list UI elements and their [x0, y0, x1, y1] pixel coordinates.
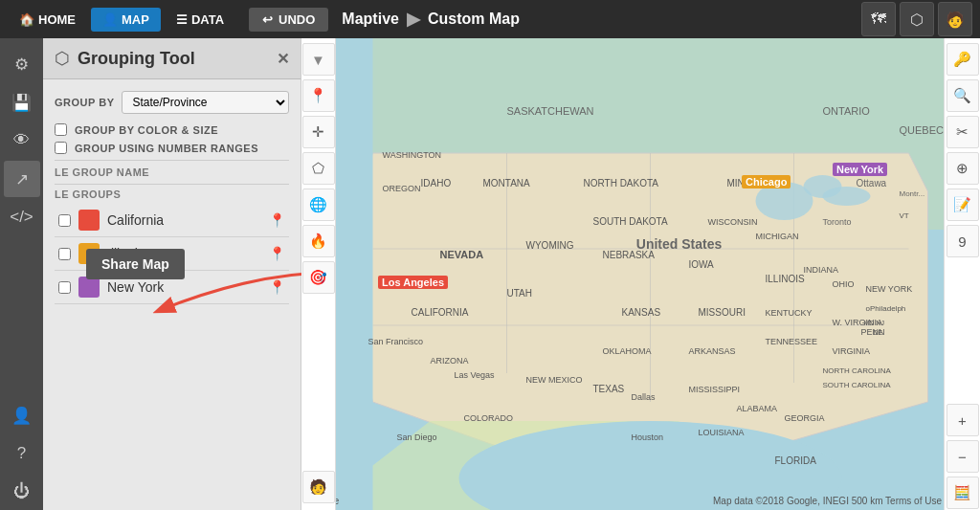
svg-point-11: [823, 187, 871, 206]
pin-tool[interactable]: 📍: [302, 79, 335, 112]
data-icon: ☰: [176, 12, 188, 27]
svg-text:NEW MEXICO: NEW MEXICO: [526, 375, 583, 385]
svg-text:Houston: Houston: [632, 432, 664, 442]
crosshair-tool[interactable]: ✛: [302, 116, 335, 148]
svg-text:MISSOURI: MISSOURI: [699, 307, 746, 318]
number-ranges-label: GROUP USING NUMBER RANGES: [75, 143, 258, 154]
panel-icon: ⬡: [55, 48, 70, 69]
svg-text:IDAHO: IDAHO: [421, 178, 452, 188]
svg-text:SASKATCHEWAN: SASKATCHEWAN: [507, 105, 594, 117]
fire-tool[interactable]: 🔥: [302, 225, 335, 257]
svg-text:MINNESOTA: MINNESOTA: [727, 178, 784, 188]
newyork-checkbox[interactable]: [58, 281, 71, 294]
svg-text:San Francisco: San Francisco: [368, 337, 424, 346]
user-icon[interactable]: 👤: [4, 397, 40, 433]
map-right-toolbar: 🔑 🔍 ✂ ⊕ 📝 9 + − 🧮: [944, 38, 980, 510]
panel-close-button[interactable]: ✕: [277, 50, 289, 68]
share-icon[interactable]: ↗: [4, 161, 40, 197]
svg-text:United States: United States: [636, 236, 723, 252]
svg-text:San Diego: San Diego: [397, 432, 437, 442]
number-ranges-checkbox[interactable]: [55, 142, 67, 154]
panel-header: ⬡ Grouping Tool ✕: [43, 38, 301, 79]
svg-text:MISSISSIPPI: MISSISSIPPI: [689, 385, 741, 394]
chart-tool[interactable]: 🎯: [302, 261, 335, 294]
code-icon[interactable]: </>: [4, 199, 40, 235]
zoom-minus-tool[interactable]: −: [947, 440, 979, 473]
svg-text:Toronto: Toronto: [823, 217, 852, 227]
layers-button[interactable]: ⬡: [900, 2, 934, 36]
svg-text:MONTANA: MONTANA: [483, 178, 531, 188]
zoom-plus-tool[interactable]: +: [947, 404, 979, 436]
home-button[interactable]: 🏠 HOME: [8, 8, 87, 32]
save-icon[interactable]: 💾: [4, 84, 40, 121]
undo-icon: ↩: [262, 12, 273, 27]
svg-text:TEXAS: TEXAS: [593, 384, 625, 394]
calc-tool[interactable]: 🧮: [947, 477, 979, 509]
svg-text:NORTH CAROLINA: NORTH CAROLINA: [823, 366, 892, 375]
svg-text:ONTARIO: ONTARIO: [823, 105, 871, 117]
share-button[interactable]: 🧑: [938, 2, 972, 36]
fullscreen-button[interactable]: 🗺: [861, 2, 896, 36]
svg-text:DE: DE: [874, 329, 883, 336]
svg-text:WASHINGTON: WASHINGTON: [383, 150, 442, 160]
groups-header: LE GROUPS: [55, 184, 289, 204]
svg-text:IOWA: IOWA: [689, 259, 715, 270]
svg-text:ARIZONA: ARIZONA: [431, 356, 469, 366]
share-map-button[interactable]: Share Map: [86, 249, 185, 279]
color-size-checkbox[interactable]: [55, 123, 67, 136]
svg-text:KANSAS: KANSAS: [622, 307, 661, 318]
map-left-toolbar: ▼ 📍 ✛ ⬠ 🌐 🔥 🎯 🧑: [301, 38, 336, 510]
svg-text:ARKANSAS: ARKANSAS: [689, 346, 736, 356]
map-svg: NEVADA CALIFORNIA ARIZONA UTAH WYOMING N…: [301, 38, 980, 510]
breadcrumb-arrow: ▶: [407, 9, 420, 30]
illinois-checkbox[interactable]: [58, 248, 71, 260]
data-button[interactable]: ☰ DATA: [165, 8, 235, 32]
group-by-select[interactable]: State/Province City Country: [122, 91, 289, 114]
help-icon[interactable]: ?: [4, 435, 40, 472]
svg-text:GEORGIA: GEORGIA: [785, 413, 825, 423]
key-tool[interactable]: 🔑: [947, 43, 979, 76]
note-tool[interactable]: 📝: [947, 188, 979, 221]
number-ranges-row: GROUP USING NUMBER RANGES: [55, 142, 289, 154]
svg-text:oPhiladelph: oPhiladelph: [866, 304, 906, 313]
nine-tool[interactable]: 9: [947, 225, 979, 257]
breadcrumb: Maptive ▶ Custom Map: [342, 9, 520, 30]
group-name-header: LE GROUP NAME: [55, 160, 289, 182]
view-icon[interactable]: 👁: [4, 122, 40, 159]
svg-text:MD NJ: MD NJ: [864, 320, 884, 326]
california-checkbox[interactable]: [58, 214, 71, 227]
illinois-pin[interactable]: 📍: [269, 246, 285, 261]
map-area[interactable]: NEVADA CALIFORNIA ARIZONA UTAH WYOMING N…: [301, 38, 980, 510]
svg-text:CALIFORNIA: CALIFORNIA: [412, 307, 469, 318]
svg-text:KENTUCKY: KENTUCKY: [766, 308, 813, 318]
grouping-tool-panel: ⬡ Grouping Tool ✕ GROUP BY State/Provinc…: [43, 38, 301, 510]
newyork-group-name: New York: [107, 279, 261, 295]
undo-button[interactable]: ↩ UNDO: [249, 8, 328, 32]
scissors-tool[interactable]: ✂: [947, 116, 979, 148]
map-button[interactable]: 👤 MAP: [91, 8, 161, 32]
group-item-california: California 📍: [55, 204, 289, 237]
svg-text:NEVADA: NEVADA: [440, 249, 484, 260]
settings-icon[interactable]: ⚙: [4, 46, 40, 82]
left-sidebar: ⚙ 💾 👁 ↗ </> 👤 ? ⏻: [0, 38, 43, 510]
svg-text:OKLAHOMA: OKLAHOMA: [603, 346, 652, 356]
globe-tool[interactable]: 🌐: [302, 188, 335, 221]
color-size-row: GROUP BY COLOR & SIZE: [55, 123, 289, 136]
california-pin[interactable]: 📍: [269, 212, 285, 228]
newyork-pin[interactable]: 📍: [269, 279, 285, 295]
search-tool[interactable]: 🔍: [947, 79, 979, 112]
svg-text:Dallas: Dallas: [632, 392, 657, 402]
shape-tool[interactable]: ⬠: [302, 152, 335, 185]
svg-text:INDIANA: INDIANA: [804, 265, 839, 275]
svg-text:SOUTH CAROLINA: SOUTH CAROLINA: [823, 381, 892, 389]
filter-tool[interactable]: ▼: [302, 43, 335, 76]
svg-text:Montr...: Montr...: [900, 189, 925, 198]
california-group-name: California: [107, 212, 261, 228]
target-tool[interactable]: ⊕: [947, 152, 979, 185]
svg-text:ILLINOIS: ILLINOIS: [766, 274, 805, 284]
person-tool[interactable]: 🧑: [302, 471, 335, 503]
svg-text:LOUISIANA: LOUISIANA: [699, 428, 745, 437]
panel-body: GROUP BY State/Province City Country GRO…: [43, 79, 301, 510]
power-icon[interactable]: ⏻: [4, 474, 40, 510]
california-color-swatch: [78, 210, 100, 231]
